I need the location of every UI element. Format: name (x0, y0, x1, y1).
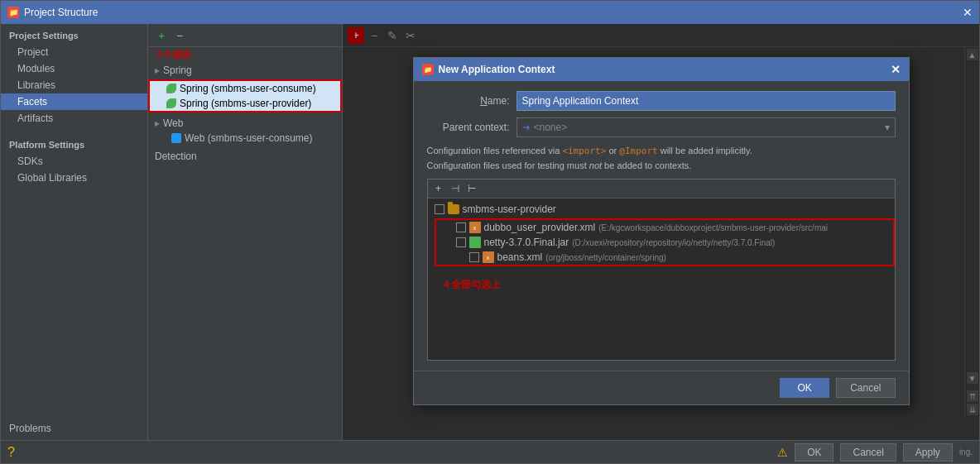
right-panel: 3 + − ✎ ✂ 📁 New Application Context ✕ (343, 24, 979, 440)
files-indent-button[interactable]: ⊣ (448, 181, 463, 196)
parent-context-select[interactable]: ➜ <none> ▾ (516, 117, 896, 137)
middle-panel: + − ２个模块 ▸ Spring Spring (smbms-user-con… (148, 24, 343, 440)
web-group: ▸ Web Web (smbms-user-consume) (148, 116, 342, 146)
modal-overlay: 📁 New Application Context ✕ Name: (343, 24, 979, 440)
title-bar: 📁 Project Structure ✕ (1, 1, 979, 24)
spring-group-label: ▸ Spring (148, 63, 342, 78)
web-icon (171, 133, 181, 143)
files-add-button[interactable]: + (431, 181, 446, 196)
xml-icon: x (469, 222, 481, 233)
middle-toolbar: + − (148, 24, 342, 47)
context-arrow-icon: ➜ (522, 122, 531, 133)
annotation-two-modules: ２个模块 (148, 47, 342, 63)
content-area: Project Settings Project Modules Librari… (1, 24, 979, 440)
status-text: ing. (959, 447, 973, 457)
web-consume-item[interactable]: Web (smbms-user-consume) (148, 131, 342, 146)
modal-footer: OK Cancel (414, 371, 909, 404)
folder-icon (448, 204, 459, 214)
spring-group: ▸ Spring Spring (smbms-user-consume) Spr… (148, 63, 342, 112)
files-dedent-button[interactable]: ⊢ (464, 181, 479, 196)
modal-icon: 📁 (422, 64, 434, 75)
beans-path: (org/jboss/netty/container/spring) (545, 253, 666, 262)
detection-item[interactable]: Detection (148, 149, 342, 164)
modal-title-bar: 📁 New Application Context ✕ (414, 58, 909, 81)
modal-body: Name: Parent context: ➜ <none> ▾ (414, 81, 909, 371)
close-button[interactable]: ✕ (963, 6, 973, 19)
sidebar-item-problems[interactable]: Problems (9, 420, 139, 437)
remove-facet-button[interactable]: − (171, 27, 188, 44)
sidebar: Project Settings Project Modules Librari… (1, 24, 148, 440)
annotation-4: ４全部勾选上 (428, 271, 895, 299)
warning-icon: ⚠ (777, 446, 788, 459)
netty-checkbox[interactable] (456, 237, 466, 247)
spring-provider-item[interactable]: Spring (smbms-user-provider) (150, 96, 340, 111)
tree-item-provider[interactable]: smbms-user-provider (428, 202, 895, 217)
app-icon: 📁 (7, 7, 19, 18)
ok-button[interactable]: OK (780, 378, 829, 398)
tree-item-netty-jar[interactable]: netty-3.7.0.Final.jar (D:/xuexi/reposito… (436, 235, 893, 250)
name-input[interactable] (516, 91, 896, 111)
bottom-cancel-button[interactable]: Cancel (840, 443, 896, 462)
dubbo-xml-checkbox[interactable] (456, 222, 466, 232)
new-application-context-dialog: 📁 New Application Context ✕ Name: (413, 57, 910, 405)
sidebar-item-artifacts[interactable]: Artifacts (1, 110, 147, 127)
provider-checkbox[interactable] (435, 204, 444, 214)
cancel-button[interactable]: Cancel (836, 378, 895, 398)
beans-checkbox[interactable] (469, 252, 479, 262)
sidebar-item-sdks[interactable]: SDKs (1, 153, 147, 170)
bottom-bar: ? ⚠ OK Cancel Apply ing. (1, 440, 979, 463)
web-group-label: ▸ Web (148, 116, 342, 131)
xml-items-box: x dubbo_user_provider.xml (E:/kgcworkspa… (435, 218, 895, 266)
sidebar-item-modules[interactable]: Modules (1, 60, 147, 77)
spring-items-box: Spring (smbms-user-consume) Spring (smbm… (148, 79, 342, 112)
tree-item-beans-xml[interactable]: x beans.xml (org/jboss/netty/container/s… (436, 250, 893, 265)
add-facet-button[interactable]: + (153, 27, 170, 44)
sidebar-item-project[interactable]: Project (1, 44, 147, 60)
sidebar-item-global-libraries[interactable]: Global Libraries (1, 170, 147, 186)
modal-title: New Application Context (439, 64, 555, 75)
tree-item-dubbo-xml[interactable]: x dubbo_user_provider.xml (E:/kgcworkspa… (436, 220, 893, 235)
main-window: 📁 Project Structure ✕ Project Settings P… (0, 0, 980, 464)
platform-settings-label: Platform Settings (1, 133, 147, 153)
bottom-ok-button[interactable]: OK (795, 443, 833, 462)
name-row: Name: (427, 91, 896, 111)
parent-context-row: Parent context: ➜ <none> ▾ (427, 117, 896, 137)
bottom-apply-button[interactable]: Apply (903, 443, 953, 462)
files-tree: smbms-user-provider x dubbo_user_provide… (428, 199, 895, 271)
files-toolbar: + ⊣ ⊢ (428, 179, 895, 199)
sidebar-item-facets[interactable]: Facets (1, 93, 147, 110)
netty-path: (D:/xuexi/repository/repository/io/netty… (572, 238, 775, 247)
dropdown-arrow-icon: ▾ (885, 122, 890, 133)
window-title: Project Structure (24, 7, 98, 18)
spring-consume-item[interactable]: Spring (smbms-user-consume) (150, 81, 340, 96)
modal-close-button[interactable]: ✕ (891, 63, 901, 76)
project-settings-label: Project Settings (1, 24, 147, 44)
jar-icon (469, 237, 481, 248)
sidebar-item-libraries[interactable]: Libraries (1, 77, 147, 93)
spring-icon (166, 84, 176, 93)
help-icon[interactable]: ? (7, 445, 15, 460)
info-text: Configuration files referenced via <impo… (427, 144, 896, 172)
parent-context-label: Parent context: (427, 122, 510, 133)
spring-icon-2 (166, 98, 176, 108)
name-label: Name: (427, 95, 510, 107)
beans-xml-icon: x (483, 251, 494, 263)
dubbo-path: (E:/kgcworkspace/dubboxproject/smbms-use… (598, 223, 828, 232)
platform-settings: Platform Settings SDKs Global Libraries (1, 133, 147, 186)
files-area: + ⊣ ⊢ smbms-user-provider (427, 179, 896, 361)
